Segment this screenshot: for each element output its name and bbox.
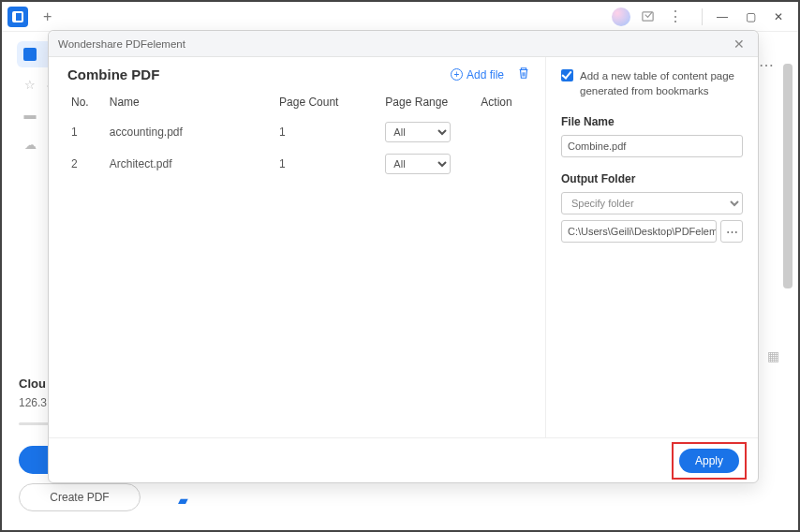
dialog-titlebar: Wondershare PDFelement ✕ <box>49 31 758 57</box>
decorative-icon: ▰ <box>178 493 188 508</box>
table-row[interactable]: 1 accounting.pdf 1 All <box>67 116 530 148</box>
page-range-select[interactable]: All <box>385 154 451 174</box>
col-no: No. <box>67 90 106 116</box>
menu-dots-icon[interactable]: ⋮ <box>668 9 683 24</box>
toc-checkbox-row[interactable]: Add a new table of content page generate… <box>561 68 743 98</box>
col-pagecount: Page Count <box>275 90 381 116</box>
filename-input[interactable] <box>561 135 743 157</box>
cloud-icon: ☁ <box>22 137 37 152</box>
add-file-button[interactable]: Add file <box>451 68 504 81</box>
output-path-input[interactable]: C:\Users\Geili\Desktop\PDFelement\Co <box>561 220 717 243</box>
star-icon: ☆ <box>22 77 37 92</box>
ai-orb-icon[interactable] <box>612 7 630 26</box>
apply-button[interactable]: Apply <box>679 449 739 473</box>
browse-folder-button[interactable]: ⋯ <box>720 220 743 243</box>
col-action: Action <box>477 90 530 116</box>
combine-pdf-dialog: Wondershare PDFelement ✕ Combine PDF Add… <box>48 30 759 483</box>
table-row[interactable]: 2 Architect.pdf 1 All <box>67 148 530 180</box>
delete-button[interactable] <box>517 66 530 82</box>
grid-view-icon[interactable]: ▦ <box>767 348 779 363</box>
dialog-left-panel: Combine PDF Add file No. Name Page Count <box>49 57 546 437</box>
plus-circle-icon <box>451 68 463 81</box>
output-folder-select[interactable]: Specify folder <box>561 192 743 214</box>
scrollbar[interactable] <box>783 64 793 288</box>
dialog-footer: Apply <box>49 437 758 482</box>
col-pagerange: Page Range <box>381 90 477 116</box>
app-titlebar: + ⋮ — ▢ ✕ <box>2 2 798 32</box>
file-table: No. Name Page Count Page Range Action 1 … <box>67 90 530 180</box>
create-pdf-button[interactable]: Create PDF <box>19 483 141 511</box>
dialog-title: Combine PDF <box>67 66 159 82</box>
notification-icon[interactable] <box>640 9 655 24</box>
dialog-titlebar-text: Wondershare PDFelement <box>58 38 185 50</box>
col-name: Name <box>106 90 275 116</box>
app-logo-icon <box>7 7 28 27</box>
page-range-select[interactable]: All <box>385 122 451 142</box>
dialog-close-button[interactable]: ✕ <box>730 35 748 53</box>
apply-highlight: Apply <box>672 442 747 480</box>
dialog-right-panel: Add a new table of content page generate… <box>546 57 758 437</box>
minimize-button[interactable]: — <box>708 5 736 29</box>
output-folder-label: Output Folder <box>561 172 743 185</box>
maximize-button[interactable]: ▢ <box>736 5 764 29</box>
filename-label: File Name <box>561 115 743 128</box>
new-tab-button[interactable]: + <box>36 5 59 29</box>
checkbox-checked-icon[interactable] <box>561 69 573 81</box>
close-button[interactable]: ✕ <box>764 5 793 29</box>
toc-label: Add a new table of content page generate… <box>580 68 743 98</box>
folder-icon: ▬ <box>22 107 37 122</box>
overflow-dots-icon[interactable]: ⋯ <box>759 56 774 74</box>
